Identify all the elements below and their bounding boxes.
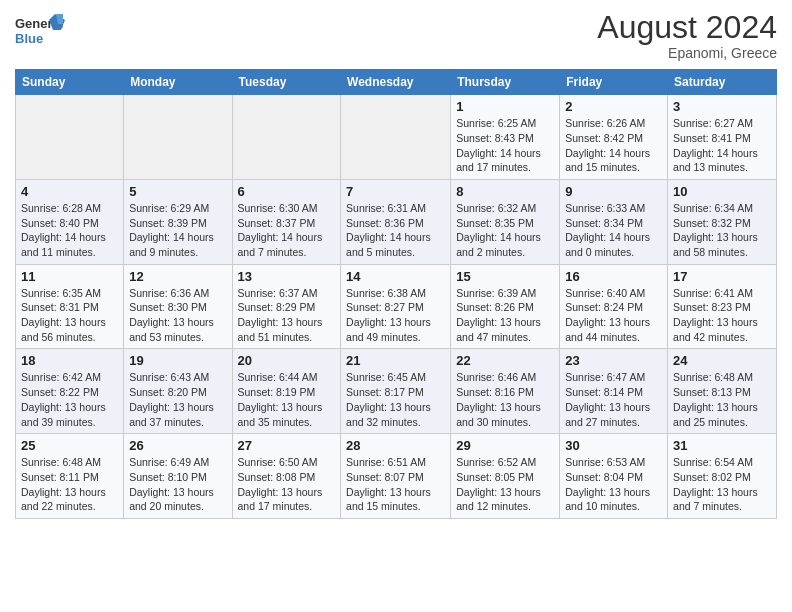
cell-info: Sunrise: 6:35 AM Sunset: 8:31 PM Dayligh… (21, 286, 118, 345)
calendar-cell: 9Sunrise: 6:33 AM Sunset: 8:34 PM Daylig… (560, 179, 668, 264)
cell-info: Sunrise: 6:54 AM Sunset: 8:02 PM Dayligh… (673, 455, 771, 514)
day-number: 19 (129, 353, 226, 368)
day-number: 22 (456, 353, 554, 368)
day-number: 27 (238, 438, 336, 453)
month-title: August 2024 (597, 10, 777, 45)
day-number: 4 (21, 184, 118, 199)
day-number: 31 (673, 438, 771, 453)
calendar-cell: 27Sunrise: 6:50 AM Sunset: 8:08 PM Dayli… (232, 434, 341, 519)
cell-info: Sunrise: 6:27 AM Sunset: 8:41 PM Dayligh… (673, 116, 771, 175)
cell-info: Sunrise: 6:50 AM Sunset: 8:08 PM Dayligh… (238, 455, 336, 514)
calendar-body: 1Sunrise: 6:25 AM Sunset: 8:43 PM Daylig… (16, 95, 777, 519)
calendar-cell: 4Sunrise: 6:28 AM Sunset: 8:40 PM Daylig… (16, 179, 124, 264)
calendar-cell: 6Sunrise: 6:30 AM Sunset: 8:37 PM Daylig… (232, 179, 341, 264)
cell-info: Sunrise: 6:40 AM Sunset: 8:24 PM Dayligh… (565, 286, 662, 345)
cell-info: Sunrise: 6:37 AM Sunset: 8:29 PM Dayligh… (238, 286, 336, 345)
day-number: 17 (673, 269, 771, 284)
day-number: 26 (129, 438, 226, 453)
day-number: 9 (565, 184, 662, 199)
calendar-cell: 10Sunrise: 6:34 AM Sunset: 8:32 PM Dayli… (668, 179, 777, 264)
weekday-header-monday: Monday (124, 70, 232, 95)
cell-info: Sunrise: 6:53 AM Sunset: 8:04 PM Dayligh… (565, 455, 662, 514)
calendar-cell: 11Sunrise: 6:35 AM Sunset: 8:31 PM Dayli… (16, 264, 124, 349)
calendar-cell: 16Sunrise: 6:40 AM Sunset: 8:24 PM Dayli… (560, 264, 668, 349)
calendar-cell: 13Sunrise: 6:37 AM Sunset: 8:29 PM Dayli… (232, 264, 341, 349)
cell-info: Sunrise: 6:41 AM Sunset: 8:23 PM Dayligh… (673, 286, 771, 345)
cell-info: Sunrise: 6:43 AM Sunset: 8:20 PM Dayligh… (129, 370, 226, 429)
calendar-cell: 29Sunrise: 6:52 AM Sunset: 8:05 PM Dayli… (451, 434, 560, 519)
cell-info: Sunrise: 6:25 AM Sunset: 8:43 PM Dayligh… (456, 116, 554, 175)
cell-info: Sunrise: 6:46 AM Sunset: 8:16 PM Dayligh… (456, 370, 554, 429)
cell-info: Sunrise: 6:47 AM Sunset: 8:14 PM Dayligh… (565, 370, 662, 429)
day-number: 13 (238, 269, 336, 284)
day-number: 24 (673, 353, 771, 368)
cell-info: Sunrise: 6:28 AM Sunset: 8:40 PM Dayligh… (21, 201, 118, 260)
header: General Blue August 2024 Epanomi, Greece (15, 10, 777, 61)
day-number: 7 (346, 184, 445, 199)
cell-info: Sunrise: 6:39 AM Sunset: 8:26 PM Dayligh… (456, 286, 554, 345)
page: General Blue August 2024 Epanomi, Greece… (0, 0, 792, 534)
calendar-cell (341, 95, 451, 180)
day-number: 16 (565, 269, 662, 284)
calendar-cell: 12Sunrise: 6:36 AM Sunset: 8:30 PM Dayli… (124, 264, 232, 349)
calendar-cell: 18Sunrise: 6:42 AM Sunset: 8:22 PM Dayli… (16, 349, 124, 434)
calendar-cell: 26Sunrise: 6:49 AM Sunset: 8:10 PM Dayli… (124, 434, 232, 519)
cell-info: Sunrise: 6:51 AM Sunset: 8:07 PM Dayligh… (346, 455, 445, 514)
calendar-cell: 23Sunrise: 6:47 AM Sunset: 8:14 PM Dayli… (560, 349, 668, 434)
cell-info: Sunrise: 6:45 AM Sunset: 8:17 PM Dayligh… (346, 370, 445, 429)
calendar-cell (124, 95, 232, 180)
logo-svg: General Blue (15, 10, 65, 52)
calendar-header: SundayMondayTuesdayWednesdayThursdayFrid… (16, 70, 777, 95)
calendar-cell: 3Sunrise: 6:27 AM Sunset: 8:41 PM Daylig… (668, 95, 777, 180)
day-number: 21 (346, 353, 445, 368)
day-number: 15 (456, 269, 554, 284)
calendar-cell: 30Sunrise: 6:53 AM Sunset: 8:04 PM Dayli… (560, 434, 668, 519)
cell-info: Sunrise: 6:52 AM Sunset: 8:05 PM Dayligh… (456, 455, 554, 514)
cell-info: Sunrise: 6:49 AM Sunset: 8:10 PM Dayligh… (129, 455, 226, 514)
week-row-1: 1Sunrise: 6:25 AM Sunset: 8:43 PM Daylig… (16, 95, 777, 180)
week-row-2: 4Sunrise: 6:28 AM Sunset: 8:40 PM Daylig… (16, 179, 777, 264)
day-number: 3 (673, 99, 771, 114)
cell-info: Sunrise: 6:44 AM Sunset: 8:19 PM Dayligh… (238, 370, 336, 429)
day-number: 1 (456, 99, 554, 114)
cell-info: Sunrise: 6:32 AM Sunset: 8:35 PM Dayligh… (456, 201, 554, 260)
calendar-cell (16, 95, 124, 180)
calendar-cell: 24Sunrise: 6:48 AM Sunset: 8:13 PM Dayli… (668, 349, 777, 434)
day-number: 11 (21, 269, 118, 284)
cell-info: Sunrise: 6:38 AM Sunset: 8:27 PM Dayligh… (346, 286, 445, 345)
cell-info: Sunrise: 6:29 AM Sunset: 8:39 PM Dayligh… (129, 201, 226, 260)
svg-text:Blue: Blue (15, 31, 43, 46)
weekday-header-thursday: Thursday (451, 70, 560, 95)
calendar-cell: 14Sunrise: 6:38 AM Sunset: 8:27 PM Dayli… (341, 264, 451, 349)
calendar-cell: 28Sunrise: 6:51 AM Sunset: 8:07 PM Dayli… (341, 434, 451, 519)
calendar-cell: 20Sunrise: 6:44 AM Sunset: 8:19 PM Dayli… (232, 349, 341, 434)
subtitle: Epanomi, Greece (597, 45, 777, 61)
weekday-header-tuesday: Tuesday (232, 70, 341, 95)
calendar-cell: 2Sunrise: 6:26 AM Sunset: 8:42 PM Daylig… (560, 95, 668, 180)
title-block: August 2024 Epanomi, Greece (597, 10, 777, 61)
calendar-cell: 15Sunrise: 6:39 AM Sunset: 8:26 PM Dayli… (451, 264, 560, 349)
cell-info: Sunrise: 6:26 AM Sunset: 8:42 PM Dayligh… (565, 116, 662, 175)
calendar-cell: 21Sunrise: 6:45 AM Sunset: 8:17 PM Dayli… (341, 349, 451, 434)
cell-info: Sunrise: 6:33 AM Sunset: 8:34 PM Dayligh… (565, 201, 662, 260)
day-number: 20 (238, 353, 336, 368)
calendar-cell: 1Sunrise: 6:25 AM Sunset: 8:43 PM Daylig… (451, 95, 560, 180)
week-row-3: 11Sunrise: 6:35 AM Sunset: 8:31 PM Dayli… (16, 264, 777, 349)
calendar-cell: 25Sunrise: 6:48 AM Sunset: 8:11 PM Dayli… (16, 434, 124, 519)
cell-info: Sunrise: 6:36 AM Sunset: 8:30 PM Dayligh… (129, 286, 226, 345)
day-number: 28 (346, 438, 445, 453)
cell-info: Sunrise: 6:42 AM Sunset: 8:22 PM Dayligh… (21, 370, 118, 429)
calendar-table: SundayMondayTuesdayWednesdayThursdayFrid… (15, 69, 777, 519)
weekday-header-saturday: Saturday (668, 70, 777, 95)
calendar-cell: 31Sunrise: 6:54 AM Sunset: 8:02 PM Dayli… (668, 434, 777, 519)
day-number: 23 (565, 353, 662, 368)
day-number: 14 (346, 269, 445, 284)
calendar-cell: 19Sunrise: 6:43 AM Sunset: 8:20 PM Dayli… (124, 349, 232, 434)
day-number: 10 (673, 184, 771, 199)
calendar-cell: 5Sunrise: 6:29 AM Sunset: 8:39 PM Daylig… (124, 179, 232, 264)
weekday-header-sunday: Sunday (16, 70, 124, 95)
calendar-cell (232, 95, 341, 180)
cell-info: Sunrise: 6:48 AM Sunset: 8:11 PM Dayligh… (21, 455, 118, 514)
weekday-header-friday: Friday (560, 70, 668, 95)
day-number: 8 (456, 184, 554, 199)
